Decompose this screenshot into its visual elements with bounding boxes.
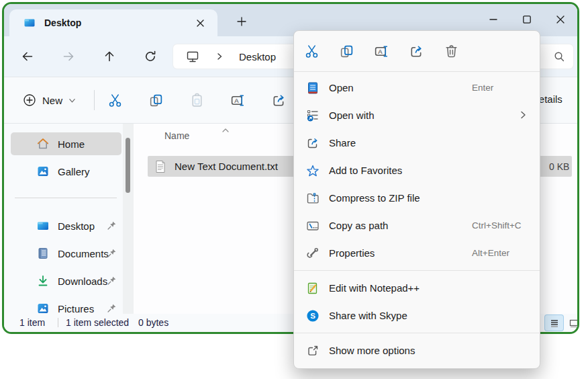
cut-button[interactable] xyxy=(101,86,129,114)
share-button[interactable] xyxy=(403,38,430,65)
skype-icon: S xyxy=(306,309,320,323)
sidebar-item-gallery[interactable]: Gallery xyxy=(11,160,121,183)
sidebar-divider xyxy=(15,198,117,198)
svg-text:S: S xyxy=(310,312,315,320)
breadcrumb-location[interactable]: Desktop xyxy=(239,51,276,62)
sidebar-item-downloads[interactable]: Downloads xyxy=(11,269,121,292)
tab-close-icon[interactable] xyxy=(192,15,208,31)
details-view-button[interactable] xyxy=(545,315,563,331)
menu-item-label: Open with xyxy=(329,110,375,121)
notepad-plus-plus-icon xyxy=(306,282,320,295)
menu-item-edit-with-notepad[interactable]: Edit with Notepad++ xyxy=(294,274,540,302)
forward-button[interactable] xyxy=(57,45,80,68)
menu-item-label: Add to Favorites xyxy=(329,165,402,176)
sidebar-item-label: Pictures xyxy=(58,303,94,314)
menu-item-share-with-skype[interactable]: S Share with Skype xyxy=(294,302,540,329)
pictures-icon xyxy=(36,302,50,315)
menu-items: Open Enter Open with Share Add to Favori… xyxy=(294,72,540,267)
share-icon xyxy=(306,136,320,150)
pin-icon xyxy=(107,303,117,314)
star-icon xyxy=(306,164,320,177)
gallery-icon xyxy=(36,165,50,178)
open-icon xyxy=(306,81,320,95)
sidebar-item-home[interactable]: Home xyxy=(11,132,121,155)
rename-button[interactable]: A xyxy=(368,38,395,65)
menu-item-label: Share with Skype xyxy=(329,310,407,321)
back-button[interactable] xyxy=(16,45,39,68)
documents-icon xyxy=(36,247,50,260)
menu-divider xyxy=(294,270,540,271)
share-icon xyxy=(271,93,287,108)
quick-actions-row: A xyxy=(294,31,540,71)
copy-button[interactable] xyxy=(142,86,170,114)
new-tab-button[interactable] xyxy=(232,12,251,31)
refresh-button[interactable] xyxy=(139,45,162,68)
menu-item-open[interactable]: Open Enter xyxy=(294,74,540,101)
menu-item-shortcut: Enter xyxy=(472,83,493,93)
home-icon xyxy=(36,137,50,151)
pin-icon xyxy=(107,248,117,259)
menu-item-compress-to-zip[interactable]: Compress to ZIP file xyxy=(294,184,540,212)
downloads-icon xyxy=(36,274,50,288)
selection-count: 1 item selected xyxy=(66,317,129,328)
desktop-icon xyxy=(36,219,50,233)
tab-desktop[interactable]: Desktop xyxy=(9,9,217,36)
file-name: New Text Document.txt xyxy=(175,161,278,172)
item-count: 1 item xyxy=(19,317,45,328)
rename-button[interactable]: A xyxy=(224,86,252,114)
copy-icon xyxy=(339,44,354,59)
menu-item-add-to-favorites[interactable]: Add to Favorites xyxy=(294,157,540,184)
menu-item-share[interactable]: Share xyxy=(294,129,540,157)
search-icon xyxy=(553,50,565,65)
paste-icon xyxy=(189,93,205,108)
copy-icon xyxy=(148,93,164,108)
sort-ascending-icon[interactable] xyxy=(222,124,230,136)
tab-title: Desktop xyxy=(44,17,81,28)
menu-item-show-more-options[interactable]: Show more options xyxy=(294,337,540,364)
properties-wrench-icon xyxy=(306,247,320,260)
thumbnail-view-button[interactable] xyxy=(567,315,579,331)
sidebar-item-documents[interactable]: Documents xyxy=(11,242,121,265)
up-button[interactable] xyxy=(98,45,121,68)
rename-icon: A xyxy=(374,44,389,59)
menu-item-properties[interactable]: Properties Alt+Enter xyxy=(294,239,540,267)
chevron-down-icon xyxy=(68,97,76,104)
copy-as-path-icon xyxy=(306,219,320,233)
scrollbar-thumb[interactable] xyxy=(126,138,130,193)
delete-icon xyxy=(444,44,459,59)
plus-circle-icon xyxy=(23,93,36,107)
context-menu: A Open Enter Open with xyxy=(293,30,540,369)
delete-button[interactable] xyxy=(438,38,465,65)
sidebar-item-desktop[interactable]: Desktop xyxy=(11,214,121,237)
close-button[interactable] xyxy=(544,4,577,35)
copy-button[interactable] xyxy=(333,38,360,65)
menu-item-shortcut: Alt+Enter xyxy=(472,248,509,258)
cut-button[interactable] xyxy=(298,38,326,65)
rename-icon: A xyxy=(230,93,246,108)
column-header-name[interactable]: Name xyxy=(164,130,189,141)
this-pc-icon[interactable] xyxy=(185,49,200,64)
menu-item-open-with[interactable]: Open with xyxy=(294,101,540,129)
sidebar-item-label: Gallery xyxy=(58,166,90,177)
sidebar-item-label: Desktop xyxy=(58,220,95,232)
thumbnail-view-icon xyxy=(569,318,579,329)
file-size: 0 KB xyxy=(549,161,569,172)
menu-item-copy-as-path[interactable]: Copy as path Ctrl+Shift+C xyxy=(294,212,540,239)
selection-size: 0 bytes xyxy=(138,317,168,328)
svg-text:A: A xyxy=(234,97,239,104)
sidebar-scrollbar[interactable] xyxy=(123,124,134,314)
menu-item-label: Share xyxy=(329,137,356,149)
breadcrumb-chevron-icon[interactable] xyxy=(215,52,224,61)
status-divider xyxy=(58,318,58,327)
share-button[interactable] xyxy=(264,86,293,114)
pin-icon xyxy=(107,220,117,231)
menu-item-label: Open xyxy=(329,82,354,93)
cut-icon xyxy=(107,93,123,108)
paste-button[interactable] xyxy=(183,86,211,114)
menu-item-shortcut: Ctrl+Shift+C xyxy=(472,220,522,230)
menu-item-label: Compress to ZIP file xyxy=(329,192,420,204)
new-button[interactable]: New xyxy=(15,85,84,115)
toolbar-divider xyxy=(94,90,95,110)
details-view-icon xyxy=(549,318,560,329)
menu-item-label: Copy as path xyxy=(329,220,388,231)
